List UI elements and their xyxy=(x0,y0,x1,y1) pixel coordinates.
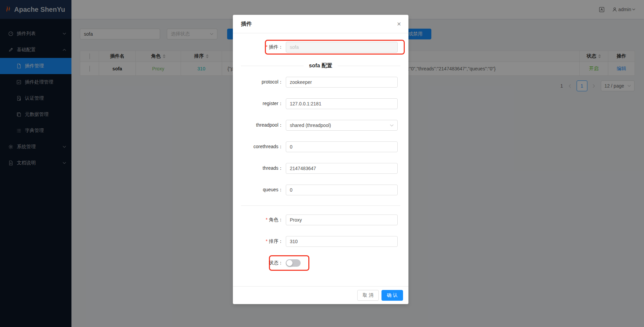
field-status: 状态： xyxy=(233,259,408,267)
field-threadpool: threadpool： shared (threadpool) xyxy=(233,120,408,131)
field-label: 角色： xyxy=(269,217,283,222)
register-input[interactable] xyxy=(286,98,398,109)
queues-input[interactable] xyxy=(286,185,398,195)
confirm-button[interactable]: 确 认 xyxy=(381,290,403,301)
protocol-input[interactable] xyxy=(286,77,398,88)
plugin-modal: 插件 ✕ *插件： sofa 配置 protocol： register： th… xyxy=(233,15,408,304)
required-asterisk: * xyxy=(266,238,268,244)
field-queues: queues： xyxy=(233,185,408,195)
threadpool-select[interactable]: shared (threadpool) xyxy=(286,120,398,131)
divider xyxy=(241,205,400,206)
corethreads-input[interactable] xyxy=(286,141,398,152)
required-asterisk: * xyxy=(266,44,268,50)
field-label: register： xyxy=(233,101,286,107)
role-input[interactable] xyxy=(286,215,398,225)
field-label: queues： xyxy=(233,187,286,193)
close-button[interactable]: ✕ xyxy=(390,15,408,33)
threads-input[interactable] xyxy=(286,163,398,174)
threadpool-value: shared (threadpool) xyxy=(290,123,331,128)
config-section-divider: sofa 配置 xyxy=(241,61,400,70)
switch-knob xyxy=(286,260,293,266)
required-asterisk: * xyxy=(266,217,268,222)
config-section-title: sofa 配置 xyxy=(309,62,332,69)
field-label: protocol： xyxy=(233,79,286,85)
field-label: 插件： xyxy=(269,44,283,50)
field-plugin: *插件： xyxy=(233,42,408,53)
field-label: threadpool： xyxy=(233,122,286,128)
close-icon: ✕ xyxy=(397,21,401,27)
field-label: corethreads： xyxy=(233,144,286,150)
sort-input[interactable] xyxy=(286,236,398,247)
field-corethreads: corethreads： xyxy=(233,141,408,152)
modal-footer: 取 消 确 认 xyxy=(233,286,408,304)
cancel-button[interactable]: 取 消 xyxy=(357,290,379,301)
field-sort: *排序： xyxy=(233,236,408,247)
status-switch[interactable] xyxy=(286,259,301,267)
field-label: 状态： xyxy=(233,260,286,266)
field-role: *角色： xyxy=(233,215,408,225)
field-protocol: protocol： xyxy=(233,77,408,88)
field-label: 排序： xyxy=(269,238,283,244)
field-register: register： xyxy=(233,98,408,109)
field-label: threads： xyxy=(233,165,286,171)
field-threads: threads： xyxy=(233,163,408,174)
plugin-name-input[interactable] xyxy=(286,42,398,53)
modal-title: 插件 xyxy=(233,15,408,33)
chevron-down-icon xyxy=(390,124,394,127)
